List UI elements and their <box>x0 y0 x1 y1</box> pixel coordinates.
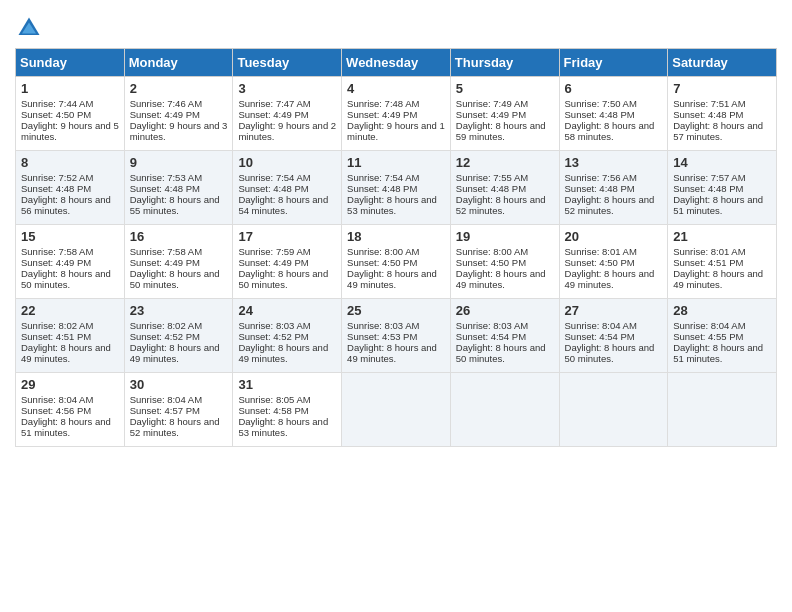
calendar-cell: 21Sunrise: 8:01 AMSunset: 4:51 PMDayligh… <box>668 225 777 299</box>
header-day: Sunday <box>16 49 125 77</box>
calendar-cell: 26Sunrise: 8:03 AMSunset: 4:54 PMDayligh… <box>450 299 559 373</box>
sunset: Sunset: 4:50 PM <box>456 257 526 268</box>
calendar-cell: 12Sunrise: 7:55 AMSunset: 4:48 PMDayligh… <box>450 151 559 225</box>
day-number: 19 <box>456 229 554 244</box>
daylight: Daylight: 8 hours and 49 minutes. <box>347 268 437 290</box>
logo <box>15 14 47 42</box>
daylight: Daylight: 8 hours and 56 minutes. <box>21 194 111 216</box>
sunset: Sunset: 4:53 PM <box>347 331 417 342</box>
sunset: Sunset: 4:51 PM <box>21 331 91 342</box>
daylight: Daylight: 8 hours and 52 minutes. <box>456 194 546 216</box>
calendar-cell <box>559 373 668 447</box>
sunset: Sunset: 4:49 PM <box>456 109 526 120</box>
sunrise: Sunrise: 8:04 AM <box>673 320 745 331</box>
header-day: Tuesday <box>233 49 342 77</box>
calendar-cell: 27Sunrise: 8:04 AMSunset: 4:54 PMDayligh… <box>559 299 668 373</box>
day-number: 10 <box>238 155 336 170</box>
sunrise: Sunrise: 7:57 AM <box>673 172 745 183</box>
calendar-cell: 14Sunrise: 7:57 AMSunset: 4:48 PMDayligh… <box>668 151 777 225</box>
day-number: 3 <box>238 81 336 96</box>
calendar-cell: 23Sunrise: 8:02 AMSunset: 4:52 PMDayligh… <box>124 299 233 373</box>
day-number: 13 <box>565 155 663 170</box>
header-day: Thursday <box>450 49 559 77</box>
sunrise: Sunrise: 7:44 AM <box>21 98 93 109</box>
daylight: Daylight: 8 hours and 49 minutes. <box>238 342 328 364</box>
day-number: 21 <box>673 229 771 244</box>
sunset: Sunset: 4:50 PM <box>21 109 91 120</box>
daylight: Daylight: 8 hours and 51 minutes. <box>673 194 763 216</box>
sunrise: Sunrise: 8:04 AM <box>130 394 202 405</box>
calendar-cell: 28Sunrise: 8:04 AMSunset: 4:55 PMDayligh… <box>668 299 777 373</box>
sunrise: Sunrise: 7:47 AM <box>238 98 310 109</box>
calendar-cell: 4Sunrise: 7:48 AMSunset: 4:49 PMDaylight… <box>342 77 451 151</box>
day-number: 5 <box>456 81 554 96</box>
sunset: Sunset: 4:50 PM <box>565 257 635 268</box>
calendar-cell: 19Sunrise: 8:00 AMSunset: 4:50 PMDayligh… <box>450 225 559 299</box>
calendar-cell: 17Sunrise: 7:59 AMSunset: 4:49 PMDayligh… <box>233 225 342 299</box>
calendar-cell: 24Sunrise: 8:03 AMSunset: 4:52 PMDayligh… <box>233 299 342 373</box>
daylight: Daylight: 8 hours and 50 minutes. <box>21 268 111 290</box>
sunset: Sunset: 4:49 PM <box>130 257 200 268</box>
sunset: Sunset: 4:52 PM <box>238 331 308 342</box>
calendar-cell: 20Sunrise: 8:01 AMSunset: 4:50 PMDayligh… <box>559 225 668 299</box>
daylight: Daylight: 8 hours and 51 minutes. <box>673 342 763 364</box>
calendar-cell: 7Sunrise: 7:51 AMSunset: 4:48 PMDaylight… <box>668 77 777 151</box>
daylight: Daylight: 8 hours and 50 minutes. <box>238 268 328 290</box>
day-number: 9 <box>130 155 228 170</box>
day-number: 25 <box>347 303 445 318</box>
day-number: 26 <box>456 303 554 318</box>
calendar-cell: 8Sunrise: 7:52 AMSunset: 4:48 PMDaylight… <box>16 151 125 225</box>
calendar-cell: 13Sunrise: 7:56 AMSunset: 4:48 PMDayligh… <box>559 151 668 225</box>
calendar-cell: 31Sunrise: 8:05 AMSunset: 4:58 PMDayligh… <box>233 373 342 447</box>
header-day: Saturday <box>668 49 777 77</box>
header-row: SundayMondayTuesdayWednesdayThursdayFrid… <box>16 49 777 77</box>
sunset: Sunset: 4:48 PM <box>238 183 308 194</box>
day-number: 30 <box>130 377 228 392</box>
sunrise: Sunrise: 7:54 AM <box>347 172 419 183</box>
sunrise: Sunrise: 7:58 AM <box>21 246 93 257</box>
sunset: Sunset: 4:48 PM <box>21 183 91 194</box>
header-day: Monday <box>124 49 233 77</box>
daylight: Daylight: 8 hours and 49 minutes. <box>673 268 763 290</box>
daylight: Daylight: 8 hours and 50 minutes. <box>456 342 546 364</box>
sunset: Sunset: 4:54 PM <box>456 331 526 342</box>
calendar-cell: 5Sunrise: 7:49 AMSunset: 4:49 PMDaylight… <box>450 77 559 151</box>
daylight: Daylight: 9 hours and 5 minutes. <box>21 120 119 142</box>
calendar-cell: 15Sunrise: 7:58 AMSunset: 4:49 PMDayligh… <box>16 225 125 299</box>
header-day: Wednesday <box>342 49 451 77</box>
calendar-cell: 30Sunrise: 8:04 AMSunset: 4:57 PMDayligh… <box>124 373 233 447</box>
sunset: Sunset: 4:48 PM <box>673 109 743 120</box>
sunset: Sunset: 4:49 PM <box>130 109 200 120</box>
calendar-cell: 1Sunrise: 7:44 AMSunset: 4:50 PMDaylight… <box>16 77 125 151</box>
day-number: 31 <box>238 377 336 392</box>
calendar-cell: 18Sunrise: 8:00 AMSunset: 4:50 PMDayligh… <box>342 225 451 299</box>
sunset: Sunset: 4:48 PM <box>673 183 743 194</box>
daylight: Daylight: 8 hours and 53 minutes. <box>238 416 328 438</box>
calendar-cell <box>668 373 777 447</box>
sunrise: Sunrise: 7:46 AM <box>130 98 202 109</box>
daylight: Daylight: 8 hours and 59 minutes. <box>456 120 546 142</box>
calendar-cell: 3Sunrise: 7:47 AMSunset: 4:49 PMDaylight… <box>233 77 342 151</box>
day-number: 6 <box>565 81 663 96</box>
day-number: 14 <box>673 155 771 170</box>
day-number: 29 <box>21 377 119 392</box>
sunrise: Sunrise: 7:59 AM <box>238 246 310 257</box>
calendar-cell: 10Sunrise: 7:54 AMSunset: 4:48 PMDayligh… <box>233 151 342 225</box>
sunset: Sunset: 4:48 PM <box>347 183 417 194</box>
sunrise: Sunrise: 7:52 AM <box>21 172 93 183</box>
sunset: Sunset: 4:48 PM <box>456 183 526 194</box>
daylight: Daylight: 8 hours and 52 minutes. <box>130 416 220 438</box>
header-day: Friday <box>559 49 668 77</box>
daylight: Daylight: 8 hours and 57 minutes. <box>673 120 763 142</box>
day-number: 15 <box>21 229 119 244</box>
calendar-cell: 9Sunrise: 7:53 AMSunset: 4:48 PMDaylight… <box>124 151 233 225</box>
day-number: 24 <box>238 303 336 318</box>
day-number: 4 <box>347 81 445 96</box>
calendar-cell: 22Sunrise: 8:02 AMSunset: 4:51 PMDayligh… <box>16 299 125 373</box>
day-number: 27 <box>565 303 663 318</box>
sunrise: Sunrise: 7:53 AM <box>130 172 202 183</box>
daylight: Daylight: 8 hours and 49 minutes. <box>456 268 546 290</box>
daylight: Daylight: 9 hours and 1 minute. <box>347 120 445 142</box>
sunrise: Sunrise: 7:55 AM <box>456 172 528 183</box>
sunset: Sunset: 4:48 PM <box>565 183 635 194</box>
